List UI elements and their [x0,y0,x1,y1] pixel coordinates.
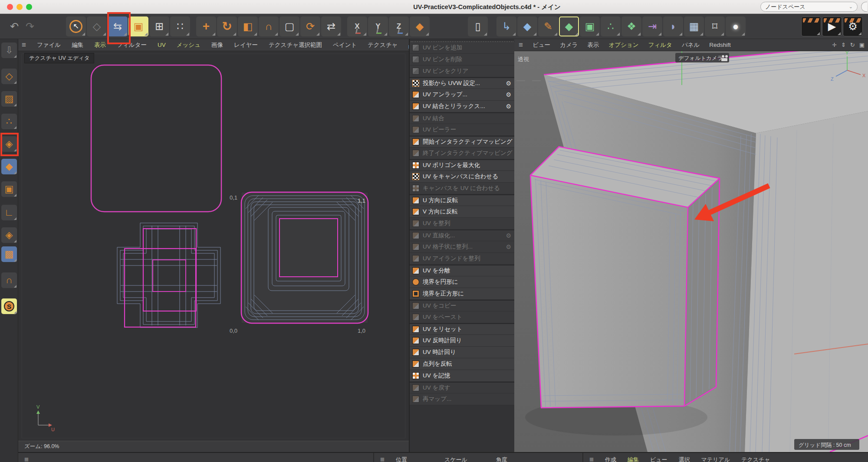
polygon-mode-button[interactable]: ◆ [1,159,17,174]
uv-command-boundary-square[interactable]: 境界を正方形に [410,288,514,300]
workplane-mode-button[interactable]: ⇥ [642,16,662,36]
polygon-cubes-mode-button[interactable]: ❖ [621,16,641,36]
menu-hamburger-icon[interactable]: ≡ [380,455,385,462]
snap-grid-button[interactable]: ◈ [1,227,17,243]
render-play-button[interactable]: ▶ [822,16,842,36]
menu-image[interactable]: 画像 [211,41,223,49]
texture-paint-mode-button[interactable]: ✎ [538,16,558,36]
uv-polygon-edit-button[interactable]: ▣ [1,181,17,197]
zoom-window-button[interactable] [26,4,32,10]
menu-bview[interactable]: ビュー [650,456,667,462]
scale-tool-button[interactable]: ◧ [238,16,258,36]
menu-hamburger-icon[interactable]: ≡ [22,41,26,49]
uv-exchange-button[interactable]: ⇄ [321,16,341,36]
menu-vp-redshift[interactable]: Redshift [709,42,731,48]
uv-command-start-interactive-mapping[interactable]: 開始インタラクティブマッピング [410,136,514,147]
ghost-cube-button[interactable]: ◇ [87,16,107,36]
close-window-button[interactable] [7,4,13,10]
render-view-button[interactable] [801,16,821,36]
menu-vp-camera[interactable]: カメラ [560,41,578,49]
command-settings-gear-icon[interactable]: ⚙ [506,103,511,110]
rectangle-selection-button[interactable]: ▢ [279,16,299,36]
uv-command-uv-reset[interactable]: UV をリセット [410,323,514,335]
menu-hamburger-icon[interactable]: ≡ [519,41,523,49]
uv-command-uv-relax[interactable]: UV 結合とリラックス...⚙ [410,101,514,112]
move-tool-button[interactable]: + [196,16,216,36]
lock-x-axis-button[interactable]: X [347,16,367,36]
uv-command-boundary-circle[interactable]: 境界を円形に [410,276,514,288]
uv-mesh-edit-mode-button[interactable]: ◆ [559,16,579,36]
workspace-selector-dropdown[interactable]: ノードスペース ⌄ [760,2,858,12]
menu-vp-panel[interactable]: パネル [682,41,700,49]
point-edit-mode-button[interactable]: ∴ [601,16,621,36]
point-mode-button[interactable]: ∴ [1,114,17,129]
uv-command-uv-store[interactable]: UV を記憶 [410,370,514,382]
magnet-snapping-button[interactable]: ∩ [1,272,17,288]
viewport-maximize-icon[interactable]: ▣ [859,42,865,48]
model-mode-button[interactable]: ◇ [1,69,17,84]
menu-vp-options[interactable]: オプション [609,41,639,49]
menu-hamburger-icon[interactable]: ≡ [24,455,29,462]
make-editable-button[interactable]: ⇩ [1,43,17,58]
texture-mode-button[interactable]: ▨ [1,91,17,107]
panel-drag-handle[interactable] [411,39,513,42]
command-settings-gear-icon[interactable]: ⚙ [506,80,511,87]
menu-uv[interactable]: UV [158,42,166,48]
deformer-tool-button[interactable]: ◗ [663,16,683,36]
undo-icon[interactable]: ↶ [7,20,22,33]
render-settings-button[interactable]: ⚙ [843,16,863,36]
menu-file[interactable]: ファイル [37,41,61,49]
light-tool-button[interactable]: ● [726,16,746,36]
uv-command-uv-unwrap[interactable]: UV アンラップ...⚙ [410,89,514,101]
viewport-dolly-icon[interactable]: ⇕ [841,42,846,48]
uv-command-flip-v[interactable]: V 方向に反転 [410,206,514,218]
uv-command-fit-uv-to-canvas[interactable]: UV をキャンバスに合わせる [410,171,514,183]
layout-button-stub[interactable] [861,2,867,12]
menu-layer[interactable]: レイヤー [234,41,258,49]
uv-editor-tab-label[interactable]: テクスチャ UV エディタ [24,53,94,63]
menu-texture-selection[interactable]: テクスチャ選択範囲 [269,41,322,49]
menu-vp-filter[interactable]: フィルタ [648,41,672,49]
rotate-tool-button[interactable]: ↻ [217,16,237,36]
uv-command-uv-rotate-cw[interactable]: UV 時計回り [410,347,514,358]
menu-create[interactable]: 作成 [605,456,616,462]
uv-command-uv-rotate-ccw[interactable]: UV 反時計回り [410,335,514,347]
menu-texture[interactable]: テクスチャ [368,41,398,49]
uv-command-flip-u[interactable]: U 方向に反転 [410,194,514,206]
uv-command-uv-separate[interactable]: UV を分離 [410,265,514,276]
camera-tool-button[interactable]: ⌑ [705,16,725,36]
model-mode-button[interactable]: ◆ [517,16,537,36]
menu-vp-display[interactable]: 表示 [588,41,599,49]
lock-y-axis-button[interactable]: Y [368,16,388,36]
camera-label-pill[interactable]: デフォルトカメラ [675,53,729,62]
free-rotate-tool-button[interactable]: ⟳ [300,16,320,36]
menu-bedit[interactable]: 編集 [628,456,639,462]
menu-btexture[interactable]: テクスチャ [741,456,770,462]
workplane-lock-button[interactable]: ▩ [1,246,17,262]
uv-canvas[interactable]: 0,1 1,1 0,0 1,0 V U [18,51,409,441]
minimize-window-button[interactable] [16,4,23,10]
floor-grid-button[interactable]: ▦ [684,16,704,36]
uv-command-reverse-point-sequence[interactable]: 点列を反転 [410,358,514,370]
uv-texture-window-button[interactable]: ▣ [128,16,148,36]
live-selection-button[interactable]: ↖ [66,16,86,36]
magnet-tool-button[interactable]: ∩ [259,16,279,36]
viewport-rotate-icon[interactable]: ↻ [850,42,855,48]
uv-command-maximize-uv-polygons[interactable]: UV ポリゴンを最大化 [410,159,514,171]
quantize-snap-button[interactable]: S [1,298,17,314]
viewport-pan-icon[interactable]: ✛ [832,42,837,48]
viewport-3d[interactable]: Y X Z 透視 デフォルトカメラ グリッド間隔 : 50 cm [514,51,868,454]
uv-apply-settings-button[interactable]: ⊞ [149,16,169,36]
uv-command-projection-uvw[interactable]: 投影から UVW 設定...⚙ [410,77,514,89]
menu-vp-view[interactable]: ビュー [533,41,550,49]
menu-edit[interactable]: 編集 [72,41,83,49]
menu-view[interactable]: 表示 [94,41,106,49]
menu-bselect[interactable]: 選択 [679,456,690,462]
point-visibility-button[interactable]: ∷ [170,16,190,36]
menu-bmaterial[interactable]: マテリアル [701,456,730,462]
menu-hamburger-icon[interactable]: ≡ [589,455,594,462]
command-settings-gear-icon[interactable]: ⚙ [506,91,511,98]
lock-z-axis-button[interactable]: Z [389,16,409,36]
menu-paint[interactable]: ペイント [333,41,357,49]
render-bucket-button[interactable]: ▯ [468,16,488,36]
